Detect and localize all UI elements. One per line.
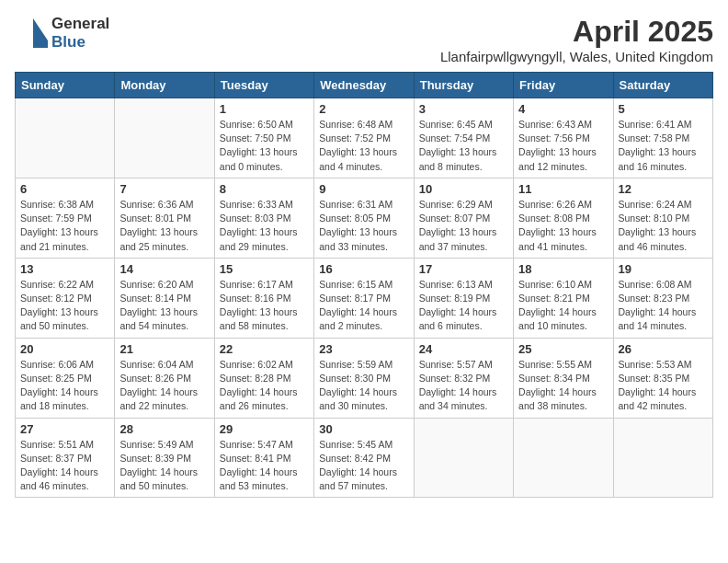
day-info: Sunrise: 6:06 AM Sunset: 8:25 PM Dayligh… <box>20 358 109 414</box>
weekday-header-sunday: Sunday <box>16 73 115 98</box>
day-number: 15 <box>220 262 309 276</box>
calendar-cell: 30Sunrise: 5:45 AM Sunset: 8:42 PM Dayli… <box>314 418 414 498</box>
day-number: 24 <box>419 342 508 356</box>
calendar-cell: 7Sunrise: 6:36 AM Sunset: 8:01 PM Daylig… <box>115 178 214 258</box>
day-info: Sunrise: 6:31 AM Sunset: 8:05 PM Dayligh… <box>319 198 408 254</box>
calendar-cell: 14Sunrise: 6:20 AM Sunset: 8:14 PM Dayli… <box>115 258 214 338</box>
day-number: 5 <box>619 102 708 116</box>
day-number: 25 <box>518 342 608 356</box>
logo-general: General <box>51 15 109 33</box>
calendar-cell: 11Sunrise: 6:26 AM Sunset: 8:08 PM Dayli… <box>514 178 613 258</box>
day-number: 12 <box>619 182 708 196</box>
calendar-cell <box>414 418 513 498</box>
calendar-cell: 29Sunrise: 5:47 AM Sunset: 8:41 PM Dayli… <box>214 418 313 498</box>
weekday-header-wednesday: Wednesday <box>314 73 414 98</box>
day-info: Sunrise: 5:59 AM Sunset: 8:30 PM Dayligh… <box>319 358 408 414</box>
day-number: 22 <box>220 342 309 356</box>
calendar-cell <box>115 98 214 178</box>
day-info: Sunrise: 6:33 AM Sunset: 8:03 PM Dayligh… <box>220 198 309 254</box>
day-info: Sunrise: 5:45 AM Sunset: 8:42 PM Dayligh… <box>319 438 408 494</box>
weekday-header-tuesday: Tuesday <box>214 73 313 98</box>
calendar-cell: 20Sunrise: 6:06 AM Sunset: 8:25 PM Dayli… <box>16 338 115 418</box>
day-number: 27 <box>20 422 109 436</box>
calendar-cell: 8Sunrise: 6:33 AM Sunset: 8:03 PM Daylig… <box>214 178 313 258</box>
day-number: 6 <box>20 182 109 196</box>
day-number: 20 <box>20 342 109 356</box>
day-number: 18 <box>518 262 608 276</box>
day-info: Sunrise: 6:43 AM Sunset: 7:56 PM Dayligh… <box>518 118 608 174</box>
location-title: Llanfairpwllgwyngyll, Wales, United King… <box>440 49 713 64</box>
day-number: 3 <box>419 102 508 116</box>
calendar-cell: 12Sunrise: 6:24 AM Sunset: 8:10 PM Dayli… <box>613 178 712 258</box>
weekday-header-saturday: Saturday <box>613 73 712 98</box>
day-info: Sunrise: 5:55 AM Sunset: 8:34 PM Dayligh… <box>518 358 608 414</box>
calendar-cell: 26Sunrise: 5:53 AM Sunset: 8:35 PM Dayli… <box>613 338 712 418</box>
day-info: Sunrise: 6:26 AM Sunset: 8:08 PM Dayligh… <box>518 198 608 254</box>
day-number: 1 <box>220 102 309 116</box>
calendar-cell: 3Sunrise: 6:45 AM Sunset: 7:54 PM Daylig… <box>414 98 513 178</box>
calendar-cell <box>514 418 613 498</box>
weekday-header-monday: Monday <box>115 73 214 98</box>
calendar-cell: 15Sunrise: 6:17 AM Sunset: 8:16 PM Dayli… <box>214 258 313 338</box>
weekday-header-row: SundayMondayTuesdayWednesdayThursdayFrid… <box>16 73 713 98</box>
calendar-cell: 23Sunrise: 5:59 AM Sunset: 8:30 PM Dayli… <box>314 338 414 418</box>
weekday-header-friday: Friday <box>514 73 613 98</box>
day-info: Sunrise: 6:04 AM Sunset: 8:26 PM Dayligh… <box>119 358 209 414</box>
day-info: Sunrise: 6:36 AM Sunset: 8:01 PM Dayligh… <box>119 198 209 254</box>
calendar-cell: 17Sunrise: 6:13 AM Sunset: 8:19 PM Dayli… <box>414 258 513 338</box>
day-number: 28 <box>119 422 209 436</box>
day-info: Sunrise: 6:10 AM Sunset: 8:21 PM Dayligh… <box>518 278 608 334</box>
day-info: Sunrise: 6:02 AM Sunset: 8:28 PM Dayligh… <box>220 358 309 414</box>
day-info: Sunrise: 5:47 AM Sunset: 8:41 PM Dayligh… <box>220 438 309 494</box>
day-info: Sunrise: 5:57 AM Sunset: 8:32 PM Dayligh… <box>419 358 508 414</box>
day-info: Sunrise: 5:51 AM Sunset: 8:37 PM Dayligh… <box>20 438 109 494</box>
calendar-cell <box>613 418 712 498</box>
day-info: Sunrise: 6:08 AM Sunset: 8:23 PM Dayligh… <box>619 278 708 334</box>
day-number: 21 <box>119 342 209 356</box>
title-area: April 2025 Llanfairpwllgwyngyll, Wales, … <box>440 15 713 64</box>
calendar-cell: 27Sunrise: 5:51 AM Sunset: 8:37 PM Dayli… <box>16 418 115 498</box>
logo-icon <box>15 15 48 48</box>
week-row-2: 6Sunrise: 6:38 AM Sunset: 7:59 PM Daylig… <box>16 178 713 258</box>
day-number: 8 <box>220 182 309 196</box>
day-info: Sunrise: 5:53 AM Sunset: 8:35 PM Dayligh… <box>619 358 708 414</box>
calendar-cell: 16Sunrise: 6:15 AM Sunset: 8:17 PM Dayli… <box>314 258 414 338</box>
day-info: Sunrise: 6:38 AM Sunset: 7:59 PM Dayligh… <box>20 198 109 254</box>
calendar-cell: 2Sunrise: 6:48 AM Sunset: 7:52 PM Daylig… <box>314 98 414 178</box>
calendar-cell: 5Sunrise: 6:41 AM Sunset: 7:58 PM Daylig… <box>613 98 712 178</box>
calendar-cell: 19Sunrise: 6:08 AM Sunset: 8:23 PM Dayli… <box>613 258 712 338</box>
day-info: Sunrise: 6:45 AM Sunset: 7:54 PM Dayligh… <box>419 118 508 174</box>
day-info: Sunrise: 6:48 AM Sunset: 7:52 PM Dayligh… <box>319 118 408 174</box>
day-info: Sunrise: 5:49 AM Sunset: 8:39 PM Dayligh… <box>119 438 209 494</box>
calendar-table: SundayMondayTuesdayWednesdayThursdayFrid… <box>15 72 713 498</box>
logo-blue: Blue <box>51 33 109 52</box>
day-number: 14 <box>119 262 209 276</box>
calendar-cell: 1Sunrise: 6:50 AM Sunset: 7:50 PM Daylig… <box>214 98 313 178</box>
day-number: 26 <box>619 342 708 356</box>
calendar-cell: 28Sunrise: 5:49 AM Sunset: 8:39 PM Dayli… <box>115 418 214 498</box>
page-header: General Blue April 2025 Llanfairpwllgwyn… <box>15 15 713 64</box>
day-number: 29 <box>220 422 309 436</box>
calendar-cell: 24Sunrise: 5:57 AM Sunset: 8:32 PM Dayli… <box>414 338 513 418</box>
calendar-cell: 21Sunrise: 6:04 AM Sunset: 8:26 PM Dayli… <box>115 338 214 418</box>
week-row-4: 20Sunrise: 6:06 AM Sunset: 8:25 PM Dayli… <box>16 338 713 418</box>
day-number: 23 <box>319 342 408 356</box>
day-info: Sunrise: 6:15 AM Sunset: 8:17 PM Dayligh… <box>319 278 408 334</box>
calendar-cell: 25Sunrise: 5:55 AM Sunset: 8:34 PM Dayli… <box>514 338 613 418</box>
day-info: Sunrise: 6:22 AM Sunset: 8:12 PM Dayligh… <box>20 278 109 334</box>
day-number: 2 <box>319 102 408 116</box>
calendar-cell: 22Sunrise: 6:02 AM Sunset: 8:28 PM Dayli… <box>214 338 313 418</box>
day-number: 16 <box>319 262 408 276</box>
day-info: Sunrise: 6:29 AM Sunset: 8:07 PM Dayligh… <box>419 198 508 254</box>
day-number: 19 <box>619 262 708 276</box>
logo: General Blue <box>15 15 109 52</box>
calendar-cell <box>16 98 115 178</box>
calendar-cell: 9Sunrise: 6:31 AM Sunset: 8:05 PM Daylig… <box>314 178 414 258</box>
day-number: 4 <box>518 102 608 116</box>
day-info: Sunrise: 6:17 AM Sunset: 8:16 PM Dayligh… <box>220 278 309 334</box>
day-number: 13 <box>20 262 109 276</box>
day-number: 10 <box>419 182 508 196</box>
week-row-3: 13Sunrise: 6:22 AM Sunset: 8:12 PM Dayli… <box>16 258 713 338</box>
day-info: Sunrise: 6:13 AM Sunset: 8:19 PM Dayligh… <box>419 278 508 334</box>
day-number: 7 <box>119 182 209 196</box>
